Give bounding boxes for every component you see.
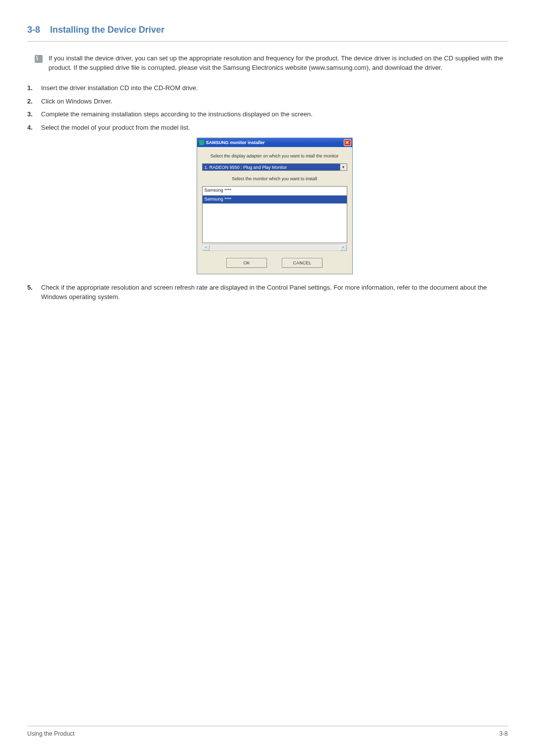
step-1: Insert the driver installation CD into t… — [27, 84, 508, 93]
step-5: Check if the appropriate resolution and … — [27, 283, 508, 302]
section-title: Installing the Device Driver — [50, 25, 164, 35]
installer-body: Select the display adapter on which you … — [197, 147, 352, 274]
list-item[interactable]: Samsung **** — [203, 196, 347, 203]
footer-left: Using the Product — [27, 730, 74, 737]
note-icon — [35, 55, 43, 63]
installer-titlebar: SAMSUNG monitor installer ✕ — [197, 138, 352, 147]
scroll-right-icon[interactable]: › — [340, 245, 347, 251]
step-4: Select the model of your product from th… — [27, 123, 508, 274]
adapter-value: 1. RADEON 9550 : Plug and Play Monitor — [202, 163, 340, 171]
section-heading: 3-8Installing the Device Driver — [27, 25, 508, 42]
chevron-down-icon[interactable]: ▼ — [340, 163, 347, 171]
step-2: Click on Windows Driver. — [27, 97, 508, 106]
page-footer: Using the Product 3-8 — [27, 726, 508, 737]
app-icon — [199, 140, 204, 145]
horizontal-scrollbar[interactable]: ‹ › — [202, 244, 347, 251]
note-text: If you install the device driver, you ca… — [49, 54, 508, 73]
ok-button[interactable]: OK — [226, 258, 267, 268]
cancel-button[interactable]: CANCEL — [282, 258, 322, 268]
footer-right: 3-8 — [499, 730, 508, 737]
close-icon[interactable]: ✕ — [344, 139, 351, 146]
adapter-dropdown[interactable]: 1. RADEON 9550 : Plug and Play Monitor ▼ — [202, 163, 347, 171]
instruction-list: Insert the driver installation CD into t… — [27, 84, 508, 302]
scroll-track[interactable] — [210, 245, 340, 251]
installer-window: SAMSUNG monitor installer ✕ Select the d… — [197, 138, 353, 274]
adapter-label: Select the display adapter on which you … — [202, 153, 347, 159]
step-3: Complete the remaining installation step… — [27, 110, 508, 119]
scroll-left-icon[interactable]: ‹ — [203, 245, 210, 251]
note-block: If you install the device driver, you ca… — [35, 54, 508, 73]
monitor-list[interactable]: Samsung **** Samsung **** — [202, 186, 347, 243]
step-4-text: Select the model of your product from th… — [41, 124, 190, 131]
button-row: OK CANCEL — [202, 258, 347, 268]
list-item[interactable]: Samsung **** — [203, 187, 347, 195]
monitor-label: Select the monitor which you want to ins… — [202, 176, 347, 182]
window-title: SAMSUNG monitor installer — [206, 140, 344, 146]
section-number: 3-8 — [27, 25, 40, 35]
